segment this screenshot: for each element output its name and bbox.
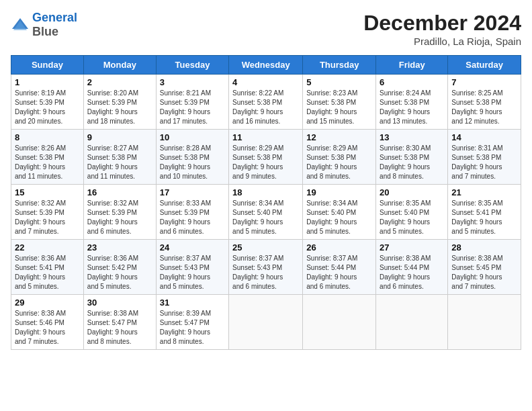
day-info: Sunrise: 8:39 AM Sunset: 5:47 PM Dayligh…: [160, 309, 225, 347]
calendar-cell: 20Sunrise: 8:35 AM Sunset: 5:40 PM Dayli…: [376, 185, 448, 240]
day-info: Sunrise: 8:23 AM Sunset: 5:38 PM Dayligh…: [306, 89, 372, 126]
calendar-cell: 9Sunrise: 8:27 AM Sunset: 5:38 PM Daylig…: [83, 130, 156, 185]
day-info: Sunrise: 8:30 AM Sunset: 5:38 PM Dayligh…: [380, 144, 444, 181]
day-number: 28: [451, 242, 517, 253]
calendar-cell: 2Sunrise: 8:20 AM Sunset: 5:39 PM Daylig…: [83, 75, 156, 130]
calendar-cell: 12Sunrise: 8:29 AM Sunset: 5:38 PM Dayli…: [303, 130, 376, 185]
calendar-cell: 22Sunrise: 8:36 AM Sunset: 5:41 PM Dayli…: [11, 240, 84, 295]
day-of-week-header: Friday: [376, 56, 448, 75]
calendar-cell: 15Sunrise: 8:32 AM Sunset: 5:39 PM Dayli…: [11, 185, 84, 240]
calendar-cell: 7Sunrise: 8:25 AM Sunset: 5:38 PM Daylig…: [448, 75, 521, 130]
calendar-cell: 24Sunrise: 8:37 AM Sunset: 5:43 PM Dayli…: [156, 240, 228, 295]
calendar-header-row: SundayMondayTuesdayWednesdayThursdayFrid…: [11, 56, 521, 75]
calendar-cell: 26Sunrise: 8:37 AM Sunset: 5:44 PM Dayli…: [303, 240, 376, 295]
day-of-week-header: Monday: [83, 56, 156, 75]
day-info: Sunrise: 8:29 AM Sunset: 5:38 PM Dayligh…: [306, 144, 372, 181]
day-number: 14: [451, 132, 517, 142]
day-number: 23: [87, 242, 152, 253]
day-info: Sunrise: 8:37 AM Sunset: 5:44 PM Dayligh…: [306, 254, 372, 291]
day-of-week-header: Sunday: [11, 56, 84, 75]
day-number: 11: [232, 132, 299, 142]
calendar-cell: 11Sunrise: 8:29 AM Sunset: 5:38 PM Dayli…: [229, 130, 303, 185]
day-of-week-header: Wednesday: [229, 56, 303, 75]
day-number: 25: [232, 242, 299, 253]
day-number: 29: [15, 298, 80, 308]
calendar-cell: 23Sunrise: 8:36 AM Sunset: 5:42 PM Dayli…: [83, 240, 156, 295]
calendar-cell: 8Sunrise: 8:26 AM Sunset: 5:38 PM Daylig…: [11, 130, 84, 185]
day-number: 1: [15, 77, 80, 87]
day-info: Sunrise: 8:29 AM Sunset: 5:38 PM Dayligh…: [232, 144, 299, 181]
day-number: 30: [87, 298, 152, 308]
calendar-week-row: 1Sunrise: 8:19 AM Sunset: 5:39 PM Daylig…: [11, 75, 521, 130]
day-info: Sunrise: 8:24 AM Sunset: 5:38 PM Dayligh…: [380, 89, 444, 126]
calendar-cell: 18Sunrise: 8:34 AM Sunset: 5:40 PM Dayli…: [229, 185, 303, 240]
day-number: 3: [160, 77, 225, 87]
day-number: 31: [160, 298, 225, 308]
calendar-cell: 10Sunrise: 8:28 AM Sunset: 5:38 PM Dayli…: [156, 130, 228, 185]
calendar-cell: [229, 295, 303, 350]
day-info: Sunrise: 8:34 AM Sunset: 5:40 PM Dayligh…: [306, 199, 372, 236]
day-number: 22: [15, 242, 80, 253]
calendar-cell: 17Sunrise: 8:33 AM Sunset: 5:39 PM Dayli…: [156, 185, 228, 240]
day-number: 17: [160, 187, 225, 197]
day-info: Sunrise: 8:36 AM Sunset: 5:41 PM Dayligh…: [15, 254, 80, 291]
day-info: Sunrise: 8:37 AM Sunset: 5:43 PM Dayligh…: [232, 254, 299, 291]
day-info: Sunrise: 8:25 AM Sunset: 5:38 PM Dayligh…: [451, 89, 517, 126]
calendar-cell: 14Sunrise: 8:31 AM Sunset: 5:38 PM Dayli…: [448, 130, 521, 185]
day-info: Sunrise: 8:37 AM Sunset: 5:43 PM Dayligh…: [160, 254, 225, 291]
calendar-cell: 29Sunrise: 8:38 AM Sunset: 5:46 PM Dayli…: [11, 295, 84, 350]
calendar-week-row: 8Sunrise: 8:26 AM Sunset: 5:38 PM Daylig…: [11, 130, 521, 185]
day-number: 13: [380, 132, 444, 142]
day-number: 26: [306, 242, 372, 253]
calendar-cell: [376, 295, 448, 350]
day-number: 7: [451, 77, 517, 87]
day-number: 19: [306, 187, 372, 197]
day-number: 12: [306, 132, 372, 142]
calendar-cell: 5Sunrise: 8:23 AM Sunset: 5:38 PM Daylig…: [303, 75, 376, 130]
calendar-cell: 31Sunrise: 8:39 AM Sunset: 5:47 PM Dayli…: [156, 295, 228, 350]
calendar-cell: 13Sunrise: 8:30 AM Sunset: 5:38 PM Dayli…: [376, 130, 448, 185]
calendar-week-row: 29Sunrise: 8:38 AM Sunset: 5:46 PM Dayli…: [11, 295, 521, 350]
location: Pradillo, La Rioja, Spain: [363, 36, 521, 47]
day-info: Sunrise: 8:28 AM Sunset: 5:38 PM Dayligh…: [160, 144, 225, 181]
day-of-week-header: Saturday: [448, 56, 521, 75]
calendar-cell: 28Sunrise: 8:38 AM Sunset: 5:45 PM Dayli…: [448, 240, 521, 295]
calendar-cell: [448, 295, 521, 350]
day-number: 20: [380, 187, 444, 197]
day-number: 24: [160, 242, 225, 253]
day-info: Sunrise: 8:38 AM Sunset: 5:46 PM Dayligh…: [15, 309, 80, 347]
day-number: 4: [232, 77, 299, 87]
day-info: Sunrise: 8:38 AM Sunset: 5:45 PM Dayligh…: [451, 254, 517, 291]
calendar-cell: 3Sunrise: 8:21 AM Sunset: 5:39 PM Daylig…: [156, 75, 228, 130]
day-number: 16: [87, 187, 152, 197]
calendar-week-row: 22Sunrise: 8:36 AM Sunset: 5:41 PM Dayli…: [11, 240, 521, 295]
day-info: Sunrise: 8:31 AM Sunset: 5:38 PM Dayligh…: [451, 144, 517, 181]
calendar-table: SundayMondayTuesdayWednesdayThursdayFrid…: [11, 55, 521, 350]
day-number: 21: [451, 187, 517, 197]
day-info: Sunrise: 8:19 AM Sunset: 5:39 PM Dayligh…: [15, 89, 80, 126]
calendar-cell: 6Sunrise: 8:24 AM Sunset: 5:38 PM Daylig…: [376, 75, 448, 130]
calendar-cell: [303, 295, 376, 350]
day-info: Sunrise: 8:32 AM Sunset: 5:39 PM Dayligh…: [87, 199, 152, 236]
day-number: 27: [380, 242, 444, 253]
calendar-cell: 1Sunrise: 8:19 AM Sunset: 5:39 PM Daylig…: [11, 75, 84, 130]
day-number: 5: [306, 77, 372, 87]
day-info: Sunrise: 8:27 AM Sunset: 5:38 PM Dayligh…: [87, 144, 152, 181]
day-info: Sunrise: 8:35 AM Sunset: 5:41 PM Dayligh…: [451, 199, 517, 236]
day-number: 6: [380, 77, 444, 87]
day-info: Sunrise: 8:38 AM Sunset: 5:44 PM Dayligh…: [380, 254, 444, 291]
day-info: Sunrise: 8:21 AM Sunset: 5:39 PM Dayligh…: [160, 89, 225, 126]
day-info: Sunrise: 8:33 AM Sunset: 5:39 PM Dayligh…: [160, 199, 225, 236]
month-title: December 2024: [363, 11, 521, 36]
calendar-cell: 21Sunrise: 8:35 AM Sunset: 5:41 PM Dayli…: [448, 185, 521, 240]
day-info: Sunrise: 8:34 AM Sunset: 5:40 PM Dayligh…: [232, 199, 299, 236]
calendar-cell: 16Sunrise: 8:32 AM Sunset: 5:39 PM Dayli…: [83, 185, 156, 240]
day-info: Sunrise: 8:26 AM Sunset: 5:38 PM Dayligh…: [15, 144, 80, 181]
logo-text: General Blue: [32, 11, 77, 39]
day-info: Sunrise: 8:38 AM Sunset: 5:47 PM Dayligh…: [87, 309, 152, 347]
logo-icon: [11, 15, 30, 34]
day-number: 9: [87, 132, 152, 142]
title-block: December 2024 Pradillo, La Rioja, Spain: [363, 11, 521, 47]
calendar-cell: 19Sunrise: 8:34 AM Sunset: 5:40 PM Dayli…: [303, 185, 376, 240]
day-info: Sunrise: 8:36 AM Sunset: 5:42 PM Dayligh…: [87, 254, 152, 291]
